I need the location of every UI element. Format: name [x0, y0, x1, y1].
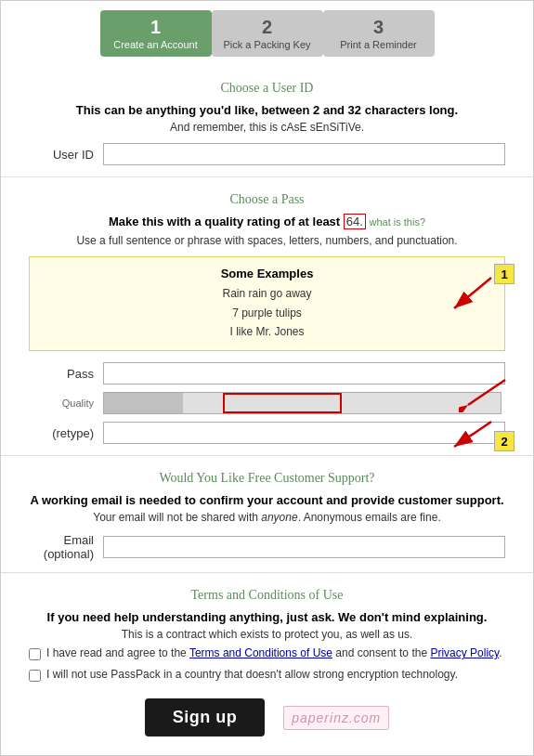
- checkbox-1-row: I have read and agree to the Terms and C…: [29, 646, 505, 660]
- annotation-badge-2: 2: [494, 431, 514, 451]
- pass-label: Pass: [29, 367, 103, 381]
- svg-line-3: [468, 380, 505, 405]
- quality-bar-highlight: [223, 393, 342, 413]
- step-2-number: 2: [262, 16, 272, 38]
- email-input[interactable]: [103, 536, 505, 558]
- what-is-this-link[interactable]: what is this?: [370, 216, 426, 228]
- quality-bar-container: [103, 392, 501, 414]
- email-section: Would You Like Free Customer Support? A …: [1, 471, 533, 561]
- page-container: 1 Create an Account 2 Pick a Packing Key…: [0, 0, 534, 756]
- terms-link[interactable]: Terms and Conditions of Use: [189, 646, 332, 659]
- example-1: Rain rain go away: [48, 284, 486, 303]
- svg-line-5: [454, 422, 491, 447]
- user-id-section-title: Choose a User ID: [29, 81, 505, 96]
- terms-instruction-bold: If you need help understanding anything,…: [29, 610, 505, 624]
- retype-row: (retype): [29, 422, 505, 444]
- annotation-badge-1: 1: [494, 264, 514, 284]
- example-3: I like Mr. Jones: [48, 322, 486, 341]
- email-instruction-bold: A working email is needed to confirm you…: [29, 493, 505, 507]
- email-section-title: Would You Like Free Customer Support?: [29, 471, 505, 486]
- quality-row: Quality: [29, 392, 505, 414]
- privacy-link[interactable]: Privacy Policy: [430, 646, 499, 659]
- email-instruction-normal: Your email will not be shared with anyon…: [29, 511, 505, 524]
- arrow-1-svg: [440, 273, 496, 319]
- quality-number: 64.: [344, 214, 366, 229]
- quality-rating-instruction: Make this with a quality rating of at le…: [29, 215, 505, 228]
- pass-row: Pass: [29, 362, 505, 385]
- quality-label: Quality: [29, 398, 103, 409]
- divider-3: [1, 572, 533, 573]
- example-2: 7 purple tulips: [48, 304, 486, 322]
- terms-checkbox-1[interactable]: [29, 648, 41, 660]
- quality-bar-fill: [104, 393, 183, 413]
- step-1-number: 1: [150, 16, 161, 38]
- pass-section: Choose a Pass Make this with a quality r…: [1, 192, 533, 444]
- terms-instruction-normal: This is a contract which exists to prote…: [29, 628, 505, 641]
- quality-instruction-bold: Make this with a quality rating of at le…: [109, 215, 340, 228]
- examples-wrapper: Some Examples Rain rain go away 7 purple…: [29, 256, 505, 351]
- user-id-row: User ID: [29, 143, 505, 165]
- pass-section-title: Choose a Pass: [29, 192, 505, 207]
- step-3[interactable]: 3 Print a Reminder: [323, 10, 435, 57]
- svg-line-1: [454, 278, 491, 308]
- terms-section: Terms and Conditions of Use If you need …: [1, 588, 533, 682]
- step-2[interactable]: 2 Pick a Packing Key: [212, 10, 323, 57]
- retype-label: (retype): [29, 426, 103, 440]
- signup-button[interactable]: Sign up: [145, 698, 266, 736]
- arrow-2b-svg: [440, 417, 496, 459]
- user-id-input[interactable]: [103, 143, 505, 165]
- examples-title: Some Examples: [48, 267, 486, 280]
- quality-instruction-normal: Use a full sentence or phrase with space…: [29, 234, 505, 247]
- user-id-instruction-bold: This can be anything you'd like, between…: [29, 103, 505, 117]
- step-1-label: Create an Account: [113, 38, 198, 51]
- signup-row: Sign up paperinz.com: [1, 698, 533, 736]
- step-2-label: Pick a Packing Key: [223, 38, 310, 51]
- steps-header: 1 Create an Account 2 Pick a Packing Key…: [1, 1, 533, 66]
- watermark: paperinz.com: [283, 706, 389, 730]
- step-1[interactable]: 1 Create an Account: [100, 10, 212, 57]
- user-id-section: Choose a User ID This can be anything yo…: [1, 81, 533, 165]
- email-row: Email (optional): [29, 533, 505, 561]
- terms-checkbox-2[interactable]: [29, 670, 41, 682]
- email-label: Email (optional): [29, 533, 103, 561]
- user-id-label: User ID: [29, 148, 103, 162]
- divider-1: [1, 176, 533, 177]
- retype-wrapper: (retype) 2: [29, 422, 505, 444]
- pass-input[interactable]: [103, 362, 505, 385]
- user-id-instruction-normal: And remember, this is cAsE sEnSiTiVe.: [29, 121, 505, 134]
- step-3-number: 3: [373, 16, 384, 38]
- examples-box: Some Examples Rain rain go away 7 purple…: [29, 256, 505, 351]
- terms-section-title: Terms and Conditions of Use: [29, 588, 505, 603]
- checkbox-1-text: I have read and agree to the Terms and C…: [46, 646, 502, 659]
- step-3-label: Print a Reminder: [340, 38, 417, 51]
- checkbox-2-text: I will not use PassPack in a country tha…: [46, 668, 458, 681]
- examples-list: Rain rain go away 7 purple tulips I like…: [48, 284, 486, 341]
- arrow-2-svg: [459, 375, 510, 412]
- checkbox-2-row: I will not use PassPack in a country tha…: [29, 668, 505, 682]
